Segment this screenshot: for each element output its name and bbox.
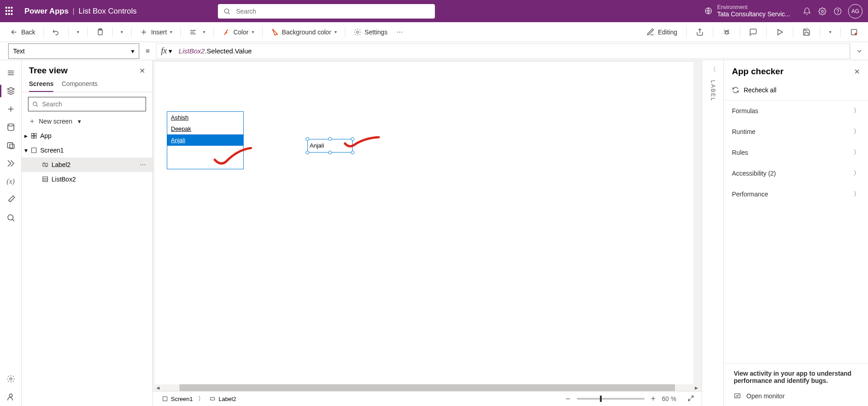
equals-text: = [146,47,150,55]
app-checker-button[interactable] [719,26,734,38]
svg-point-3 [821,10,824,12]
rail-virtual-agent[interactable] [0,388,22,406]
tree-search[interactable] [28,97,146,111]
tree-node-listbox2-label: ListBox2 [52,176,76,183]
rail-hamburger[interactable] [0,64,22,82]
tree-title: Tree view [29,66,68,76]
settings-button[interactable] [815,4,830,19]
environment-value: Tata Consultancy Servic... [717,10,790,18]
color-button[interactable]: Color ▾ [218,26,257,38]
undo-dropdown[interactable]: ▾ [73,28,83,36]
comments-button[interactable] [745,26,761,38]
tab-components[interactable]: Components [61,80,97,92]
canvas[interactable]: Ashish Deepak Anjali Anjali [155,62,693,384]
svg-point-27 [9,378,12,380]
svg-rect-37 [32,148,37,153]
rail-settings[interactable] [0,370,22,388]
rail-media[interactable] [0,136,22,154]
paste-button[interactable] [92,26,108,38]
new-screen-button[interactable]: New screen ▾ [22,116,152,129]
paste-dropdown[interactable]: ▾ [117,28,127,36]
tree-node-listbox2[interactable]: ListBox2 [22,172,152,186]
share-button[interactable] [692,26,708,38]
rail-variables[interactable]: (x) [0,172,22,191]
rail-tools[interactable] [0,191,22,209]
settings-toolbar-button[interactable]: Settings [350,26,392,38]
close-checker-button[interactable]: ✕ [854,67,860,76]
notifications-button[interactable] [799,4,815,19]
tab-screens[interactable]: Screens [29,80,53,92]
formula-bar[interactable]: fx ▾ ListBox2.Selected.Value [156,43,850,59]
svg-point-13 [356,31,359,33]
horizontal-scrollbar[interactable]: ◀ ▶ [155,384,700,391]
global-search[interactable] [218,4,435,19]
zoom-in-button[interactable]: + [651,394,656,404]
svg-rect-34 [34,134,37,136]
bgcolor-label: Background color [282,29,331,36]
tree-node-app-label: App [40,132,52,139]
file-name-label: List Box Controls [79,7,137,16]
svg-rect-43 [163,396,167,401]
listbox-item[interactable]: Ashish [167,112,243,123]
scroll-left-icon[interactable]: ◀ [155,384,161,391]
fit-screen-button[interactable] [687,395,694,403]
checker-category-performance[interactable]: Performance〉 [724,184,868,205]
tree-node-screen1[interactable]: ▾ Screen1 [22,143,152,158]
listbox-item[interactable]: Deepak [167,123,243,134]
breadcrumb-control[interactable]: Label2 [205,394,241,404]
breadcrumb-control-label: Label2 [218,396,236,402]
checker-category-accessibility[interactable]: Accessibility (2)〉 [724,163,868,184]
rail-power-automate[interactable] [0,154,22,172]
environment-picker[interactable]: Environment Tata Consultancy Servic... [704,5,790,18]
rail-data[interactable] [0,118,22,136]
property-selector[interactable]: Text ▾ [8,43,139,59]
breadcrumb-screen-label: Screen1 [171,396,193,402]
svg-point-29 [33,102,37,105]
undo-button[interactable] [48,26,64,38]
expand-properties-button[interactable]: 〈 [710,66,716,74]
help-button[interactable] [830,4,845,19]
rail-search[interactable] [0,209,22,227]
globe-icon [704,7,712,15]
align-button[interactable]: ▾ [185,26,209,38]
tree-node-label2[interactable]: Label2 ⋯ [22,158,152,172]
svg-rect-40 [43,177,48,182]
screen-icon [30,147,38,154]
brand-label: Power Apps [24,7,69,16]
insert-button[interactable]: Insert ▾ [136,26,176,38]
user-avatar[interactable]: AG [848,4,863,19]
save-button[interactable] [799,26,814,38]
zoom-slider[interactable] [577,398,645,400]
open-monitor-button[interactable]: Open monitor [734,392,858,400]
more-commands[interactable]: ⋯ [393,27,406,38]
expand-formula-button[interactable] [850,43,868,59]
search-input[interactable] [236,8,429,15]
tree-search-input[interactable] [42,100,142,108]
checker-category-runtime[interactable]: Runtime〉 [724,121,868,142]
app-launcher-icon[interactable] [5,7,14,16]
checker-category-formulas[interactable]: Formulas〉 [724,100,868,121]
app-icon [30,132,38,139]
fx-dropdown[interactable]: ▾ [169,47,172,55]
formula-object: ListBox2 [179,47,205,55]
tree-node-more[interactable]: ⋯ [140,161,146,168]
preview-button[interactable] [772,26,788,38]
tree-node-app[interactable]: ▸ App [22,129,152,143]
save-dropdown[interactable]: ▾ [826,28,835,36]
properties-tab-label[interactable]: LABEL [710,80,716,101]
close-tree-button[interactable]: ✕ [139,67,145,75]
zoom-out-button[interactable]: − [566,394,571,404]
breadcrumb-screen[interactable]: Screen1 [157,394,197,404]
settings-toolbar-label: Settings [365,29,388,36]
bgcolor-button[interactable]: Background color ▾ [267,26,340,38]
publish-button[interactable] [846,26,862,38]
checker-category-rules[interactable]: Rules〉 [724,142,868,163]
rail-tree-view[interactable] [0,82,22,100]
scroll-right-icon[interactable]: ▶ [693,384,700,391]
listbox-item-selected[interactable]: Anjali [167,134,243,146]
back-button[interactable]: Back [6,26,39,38]
property-value: Text [13,48,25,55]
editing-mode[interactable]: Editing [643,26,681,38]
rail-insert[interactable] [0,100,22,118]
recheck-all-button[interactable]: Recheck all [724,83,868,100]
